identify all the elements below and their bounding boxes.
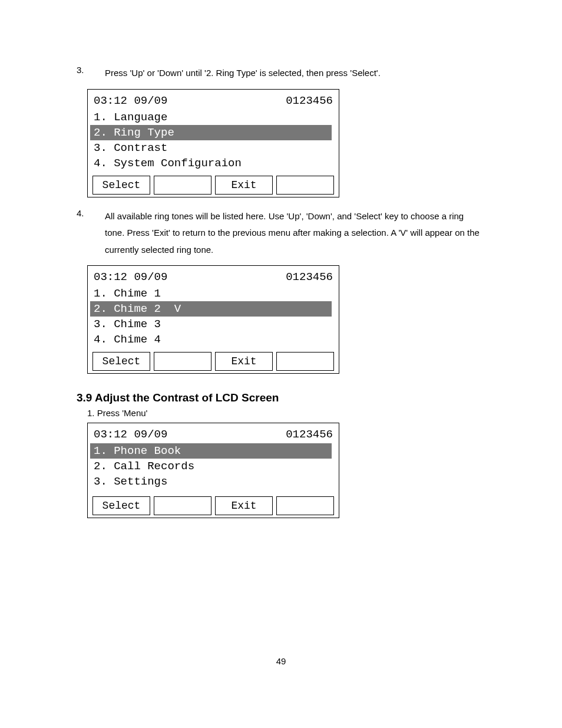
page-number: 49 xyxy=(0,656,562,666)
lcd-menu-item: 1. Language xyxy=(90,110,336,125)
lcd-time: 03:12 09/09 xyxy=(94,94,167,107)
lcd-softkey-row: Select Exit xyxy=(90,496,336,515)
step-text: All available ring tones will be listed … xyxy=(105,208,485,259)
instruction-step-4: 4. All available ring tones will be list… xyxy=(77,208,485,259)
lcd-menu-item: 3. Chime 3 xyxy=(90,317,336,332)
lcd-menu-item-selected: 2. Chime 2 V xyxy=(90,301,332,317)
lcd-softkey-blank xyxy=(154,352,211,371)
lcd-number: 0123456 xyxy=(286,94,333,107)
step-number: 4. xyxy=(77,208,105,259)
lcd-time: 03:12 09/09 xyxy=(94,271,167,284)
lcd-menu-item-selected: 2. Ring Type xyxy=(90,125,332,140)
lcd-menu-item: 3. Contrast xyxy=(90,140,336,156)
lcd-softkey-blank xyxy=(154,496,211,515)
lcd-header: 03:12 09/09 0123456 xyxy=(90,428,336,443)
lcd-menu-item: 3. Settings xyxy=(90,474,336,489)
lcd-softkey-row: Select Exit xyxy=(90,176,336,195)
lcd-screen-main-menu: 03:12 09/09 0123456 1. Phone Book 2. Cal… xyxy=(87,423,339,518)
lcd-header: 03:12 09/09 0123456 xyxy=(90,94,336,110)
lcd-time: 03:12 09/09 xyxy=(94,428,167,441)
lcd-softkey-blank xyxy=(276,496,334,515)
step-text: Press 'Up' or 'Down' until '2. Ring Type… xyxy=(105,65,485,82)
sub-step-text: 1. Press 'Menu' xyxy=(87,408,485,418)
lcd-softkey-blank xyxy=(276,352,334,371)
lcd-menu-item: 2. Call Records xyxy=(90,459,336,474)
lcd-softkey-blank xyxy=(154,176,211,195)
lcd-menu-item-selected: 1. Phone Book xyxy=(90,443,332,459)
lcd-header: 03:12 09/09 0123456 xyxy=(90,271,336,286)
lcd-number: 0123456 xyxy=(286,428,333,441)
lcd-screen-ringtone-menu: 03:12 09/09 0123456 1. Chime 1 2. Chime … xyxy=(87,265,339,374)
lcd-softkey-select: Select xyxy=(92,496,150,515)
lcd-screen-settings-menu: 03:12 09/09 0123456 1. Language 2. Ring … xyxy=(87,89,339,197)
lcd-softkey-exit: Exit xyxy=(215,352,273,371)
lcd-softkey-exit: Exit xyxy=(215,496,273,515)
lcd-softkey-exit: Exit xyxy=(215,176,273,195)
lcd-menu-item xyxy=(90,489,336,492)
lcd-menu-item: 4. System Configuraion xyxy=(90,156,336,171)
lcd-menu-item: 4. Chime 4 xyxy=(90,332,336,347)
lcd-softkey-select: Select xyxy=(92,352,150,371)
instruction-step-3: 3. Press 'Up' or 'Down' until '2. Ring T… xyxy=(77,65,485,82)
lcd-softkey-row: Select Exit xyxy=(90,352,336,371)
lcd-softkey-blank xyxy=(276,176,334,195)
section-heading: 3.9 Adjust the Contrast of LCD Screen xyxy=(77,391,485,404)
step-number: 3. xyxy=(77,65,105,82)
lcd-number: 0123456 xyxy=(286,271,333,284)
lcd-menu-item: 1. Chime 1 xyxy=(90,286,336,301)
lcd-softkey-select: Select xyxy=(92,176,150,195)
